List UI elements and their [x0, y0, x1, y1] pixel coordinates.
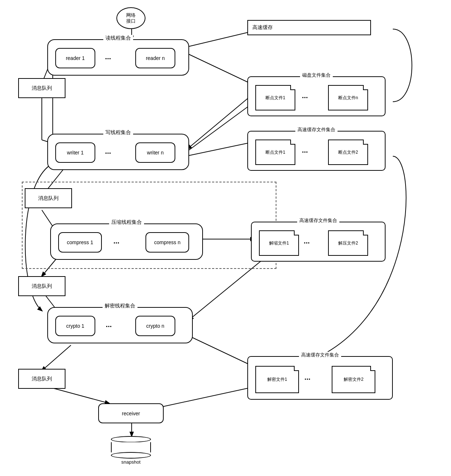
- cache-file1-1: 断点文件1: [255, 140, 295, 165]
- crypto-group: 解密线程集合 crypto 1 ... crypto n: [47, 307, 193, 343]
- compress-dots: ...: [107, 237, 125, 245]
- msg-queue-4: 消息队列: [18, 369, 65, 389]
- decrypt-file-dots: ...: [304, 373, 311, 382]
- decomp-file-dots: ...: [304, 237, 310, 245]
- decomp-file2: 解压文件2: [328, 230, 368, 256]
- msg-queue-3: 消息队列: [18, 276, 65, 296]
- network-interface-label: 网络 接口: [126, 12, 136, 24]
- cache-file-group3: 高速缓存文件集合 解密文件1 ... 解密文件2: [247, 356, 393, 400]
- reader-group-label: 读线程集合: [103, 35, 133, 41]
- receiver-item: receiver: [98, 403, 164, 423]
- cache-rect-top-label: 高速缓存: [252, 24, 273, 31]
- svg-line-20: [153, 385, 262, 409]
- writer-group-label: 写线程集合: [103, 129, 133, 136]
- snapshot-label: snapshot: [121, 459, 141, 465]
- decomp-file1: 解缩文件1: [259, 230, 299, 256]
- diagram: 网络 接口 高速缓存 读线程集合 reader 1 ... reader n 消…: [0, 0, 451, 476]
- cache-rect-top: 高速缓存: [247, 20, 371, 35]
- compress-group-label: 压缩线程集合: [109, 219, 144, 226]
- cache-file-group1-label: 高速缓存文件集合: [295, 126, 338, 133]
- msg-queue-2: 消息队列: [25, 188, 72, 208]
- reader-group: 读线程集合 reader 1 ... reader n: [47, 39, 189, 76]
- svg-line-17: [185, 334, 255, 367]
- decrypt-file2: 解密文件2: [332, 366, 375, 393]
- cylinder-top: [111, 436, 151, 443]
- network-interface-node: 网络 接口: [116, 7, 145, 29]
- msg-queue-1: 消息队列: [18, 78, 65, 98]
- disk-filen: 断点文件n: [328, 85, 368, 110]
- cylinder-body: [111, 442, 151, 452]
- reader-dots: ...: [99, 53, 117, 61]
- svg-line-8: [185, 102, 255, 153]
- disk-file-group-label: 磁盘文件集合: [300, 72, 333, 78]
- readern-item: reader n: [135, 48, 175, 68]
- writern-item: writer n: [135, 142, 175, 163]
- compressn-item: compress n: [145, 232, 189, 253]
- cache-file-group2-label: 高速缓存文件集合: [297, 217, 339, 224]
- disk-file-dots: ...: [302, 92, 308, 100]
- cache-file-group2: 高速缓存文件集合 解缩文件1 ... 解压文件2: [251, 222, 386, 262]
- svg-line-7: [185, 53, 255, 85]
- cache-file-group1: 高速缓存文件集合 断点文件1 ... 断点文件2: [247, 131, 386, 171]
- writer1-item: writer 1: [55, 142, 95, 163]
- writer-group: 写线程集合 writer 1 ... writer n: [47, 134, 189, 170]
- cache-file-group3-label: 高速缓存文件集合: [299, 352, 341, 358]
- compress1-item: compress 1: [58, 232, 102, 253]
- reader1-item: reader 1: [55, 48, 95, 68]
- svg-line-18: [42, 345, 71, 371]
- crypto1-item: crypto 1: [55, 316, 95, 336]
- writer-dots: ...: [99, 147, 117, 156]
- disk-file-group: 磁盘文件集合 断点文件1 ... 断点文件n: [247, 76, 386, 116]
- decrypt-file1: 解密文件1: [255, 366, 299, 393]
- compress-group: 压缩线程集合 compress 1 ... compress n: [50, 223, 203, 260]
- snapshot-cylinder: snapshot: [111, 436, 151, 465]
- cache-file1-2: 断点文件2: [328, 140, 368, 165]
- cylinder-bottom: [111, 452, 151, 459]
- svg-line-10: [187, 93, 255, 149]
- disk-file1: 断点文件1: [255, 85, 295, 110]
- crypton-item: crypto n: [135, 316, 175, 336]
- cache-file1-dots: ...: [302, 146, 308, 154]
- crypto-group-label: 解密线程集合: [103, 303, 137, 309]
- svg-line-9: [185, 142, 255, 156]
- crypto-dots: ...: [100, 320, 118, 329]
